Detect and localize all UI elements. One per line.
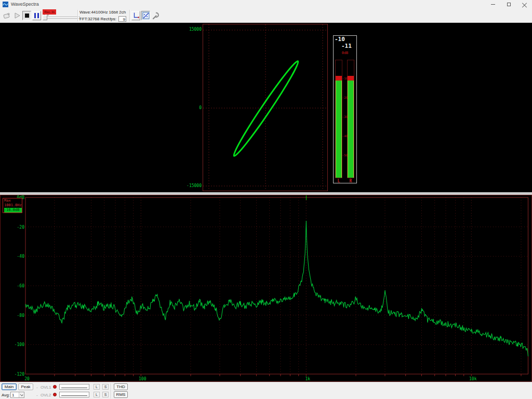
close-button[interactable] [516,0,532,8]
main-button[interactable]: Main [2,383,17,390]
l-button-1[interactable]: L [94,384,100,390]
spectrum-plot: 0dB-20-40-60-80-100-120201001k10k [1,195,531,381]
level-input-1[interactable] [59,384,89,390]
combo-arrow[interactable] [19,392,24,397]
x-tick-label: 100 [139,377,147,381]
statusbar: Main Peak - OVL1 L S THD Avg: 1 - OVL2 L… [0,382,532,399]
settings-button[interactable] [151,11,160,20]
wrench-icon [152,12,159,20]
scope-pane: 15000 0 -15000 -10 -11 0dB -10-20-30-40-… [0,23,532,192]
pause-button[interactable] [32,11,41,20]
meter-scale-label: -40 [334,134,356,138]
peak-button[interactable]: Peak [18,383,33,390]
window-titlebar: WaveSpectra [0,0,532,8]
x-tick-label: 10k [469,377,477,381]
fft-info: FFT:32768 Rect. [79,17,110,21]
dash-1: - [36,385,38,390]
position-slider[interactable] [43,17,80,19]
max-readout: Max 1001.0Hz -16.0dB [3,198,22,213]
ovl1-label: OVL1 [41,385,51,390]
y-tick-label: -120 [15,372,24,377]
spectrum-panel: 0dB-20-40-60-80-100-120201001k10k Max 10… [0,195,532,382]
lissajous-label-min: -15000 [177,183,202,188]
dash-2: - [36,393,38,397]
level-input-2-line [61,395,87,396]
y-tick-label: -20 [17,225,25,230]
max-readout-label: Max [4,198,22,203]
fps-value[interactable]: 9 [118,16,126,22]
max-readout-level: -16.0dB [4,208,22,212]
maximize-icon [507,3,511,6]
meter-channel-left: L [335,179,342,183]
lissajous-label-max: 15000 [177,27,202,32]
meter-scale-label: -30 [334,115,356,118]
avg-label: Avg: [2,393,10,397]
level-input-2[interactable] [59,392,89,397]
y-tick-label: -60 [17,284,25,288]
minimize-button[interactable] [485,0,501,8]
meter-scale-label: -20 [334,96,356,99]
meter-peak-right: -11 [341,43,352,49]
play-button[interactable] [12,11,21,20]
chevron-down-icon [20,393,23,396]
meter-scale-label: -50 [334,153,356,157]
y-tick-label: -40 [17,254,25,259]
lissajous-plot [203,24,327,191]
max-readout-freq: 1001.0Hz [4,203,22,208]
stop-icon [25,14,29,18]
level-input-1-line [61,388,87,388]
lissajous-label-zero: 0 [177,105,202,110]
thd-button[interactable]: THD [114,383,128,390]
meter-unit-label: 0dB [334,51,356,55]
window-title: WaveSpectra [11,2,39,7]
ovl2-label: OVL2 [41,393,51,397]
ovl2-led [53,393,57,396]
l-button-2[interactable]: L [94,392,100,397]
s-button-2[interactable]: S [102,392,109,397]
display-mode-button[interactable] [141,11,150,20]
position-slider-thumb[interactable] [43,15,47,20]
x-tick-label: 1k [305,377,310,381]
pause-icon [34,13,39,18]
avg-value: 1 [12,393,14,397]
level-meter: -10 -11 0dB -10-20-30-40-50 L R [333,35,357,183]
rms-button[interactable]: RMS [114,391,128,398]
lissajous-panel [203,24,328,191]
wave-info: Wave:44100Hz 16bit 2ch [79,10,126,15]
app-icon [3,2,8,7]
minimize-icon [491,4,495,5]
close-icon [522,2,527,7]
axis-scale-icon [132,12,140,19]
meter-channel-right: R [347,179,354,183]
maximize-button[interactable] [501,0,516,8]
s-button-1[interactable]: S [102,384,109,390]
display-mode-icon [142,12,150,19]
axis-scale-button[interactable] [131,11,140,20]
x-tick-label: 20 [24,377,30,381]
open-device-icon [3,12,10,20]
application-window: WaveSpectra [0,0,532,399]
toolbar-separator [77,10,78,21]
meter-scale-label: -10 [334,76,356,80]
y-tick-label: -100 [15,342,24,347]
stop-button[interactable] [22,11,31,20]
fps-label: fps: [110,17,116,21]
open-device-button[interactable] [2,11,11,20]
play-icon [14,12,21,19]
toolbar: Rec. In Wave:44100Hz 16bit 2ch FFT:32768… [0,8,532,23]
toolbar-separator [129,10,130,21]
meter-peak-left: -10 [335,36,345,43]
avg-combobox[interactable]: 1 [10,392,24,398]
statusbar-divider [111,383,111,398]
y-tick-label: -80 [17,313,25,318]
rec-indicator: Rec. In [43,9,56,15]
ovl1-led [53,385,57,389]
